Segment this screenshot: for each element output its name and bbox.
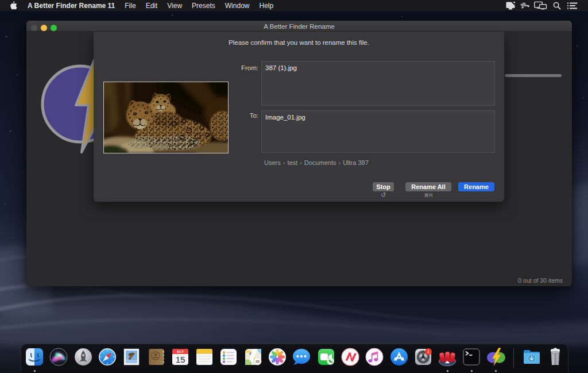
running-indicator — [447, 370, 448, 372]
dock-icon-reminders[interactable] — [219, 347, 238, 367]
breadcrumb-segment[interactable]: Users — [264, 159, 281, 166]
dock-icon-safari[interactable] — [98, 347, 117, 367]
svg-text:OCT: OCT — [177, 350, 184, 353]
dock-icon-appstore[interactable] — [389, 347, 409, 367]
rename-confirm-sheet: Please confirm that you want to rename t… — [94, 32, 504, 202]
zoom-button[interactable] — [51, 25, 57, 31]
running-indicator — [495, 370, 497, 372]
stop-shortcut-hint: ↺ — [373, 191, 394, 199]
breadcrumb-segment[interactable]: Documents — [304, 159, 336, 166]
breadcrumb-segment[interactable]: test — [287, 159, 297, 166]
to-field[interactable]: Image_01.jpg — [261, 110, 495, 153]
dock-icon-launchpad[interactable] — [74, 347, 93, 367]
breadcrumb-separator: › — [283, 159, 285, 166]
dock-icon-photos[interactable] — [268, 347, 287, 367]
close-button[interactable] — [31, 25, 37, 31]
app-window: A Better Finder Rename 0 out of 30 items… — [26, 21, 572, 286]
dock-separator — [513, 348, 514, 368]
svg-text:3D: 3D — [256, 360, 260, 363]
from-field[interactable]: 387 (1).jpg — [261, 61, 495, 106]
rename-all-button[interactable]: Rename All — [405, 182, 451, 191]
dock-icon-terminal[interactable] — [462, 347, 481, 367]
window-title: A Better Finder Rename — [26, 21, 572, 33]
dock-icon-sysprefs[interactable]: 1 — [413, 347, 433, 367]
dock-icon-abfr[interactable] — [486, 347, 506, 367]
breadcrumb-segment[interactable]: Ultra 387 — [343, 159, 369, 166]
dock-icon-trash[interactable] — [546, 347, 565, 367]
tool-icon[interactable] — [520, 1, 530, 10]
from-label: From: — [224, 64, 258, 71]
dock-icon-calendar[interactable]: OCT15 — [171, 347, 190, 367]
progress-bar — [505, 74, 562, 77]
dock: OCT153D1 — [21, 344, 568, 373]
dock-icon-contacts[interactable] — [146, 347, 166, 367]
rename-all-shortcut-hint: ⌘R — [405, 193, 451, 198]
sheet-message: Please confirm that you want to rename t… — [94, 39, 504, 46]
svg-text:1: 1 — [427, 349, 430, 353]
items-count-status: 0 out of 30 items — [518, 277, 563, 284]
spotlight-icon[interactable] — [553, 2, 561, 10]
menu-status-icons — [0, 0, 588, 11]
list-icon[interactable] — [567, 2, 578, 9]
running-indicator — [471, 370, 473, 372]
dock-icon-itunes[interactable] — [365, 347, 384, 367]
running-indicator — [34, 370, 36, 372]
svg-text:15: 15 — [175, 355, 185, 364]
to-label: To: — [224, 112, 258, 119]
dock-icon-notes[interactable] — [195, 347, 214, 367]
screen-share-icon[interactable] — [506, 2, 516, 10]
dock-icon-maps[interactable]: 3D — [243, 347, 263, 367]
dock-icon-finder[interactable] — [25, 347, 44, 367]
window-body: 0 out of 30 items Please confirm that yo… — [26, 32, 572, 286]
dock-icon-siri[interactable] — [49, 347, 68, 367]
breadcrumb: Users›test›Documents›Ultra 387 — [264, 159, 369, 166]
rename-button[interactable]: Rename — [458, 182, 494, 191]
breadcrumb-separator: › — [338, 159, 341, 166]
stop-button[interactable]: Stop — [373, 182, 394, 191]
file-preview-image — [103, 82, 229, 153]
window-titlebar[interactable]: A Better Finder Rename — [26, 21, 572, 32]
dock-icon-facetime[interactable] — [316, 347, 336, 367]
dock-icon-frontrow[interactable] — [438, 347, 457, 367]
menu-bar: A Better Finder Rename 11 FileEditViewPr… — [0, 0, 588, 11]
displays-icon[interactable] — [534, 1, 547, 10]
dock-icon-mail[interactable] — [122, 347, 141, 367]
dock-icon-downloads[interactable] — [522, 347, 541, 367]
dock-icon-messages[interactable] — [292, 347, 311, 367]
dock-icon-news[interactable] — [341, 347, 360, 367]
breadcrumb-separator: › — [300, 159, 302, 166]
minimize-button[interactable] — [41, 25, 47, 31]
